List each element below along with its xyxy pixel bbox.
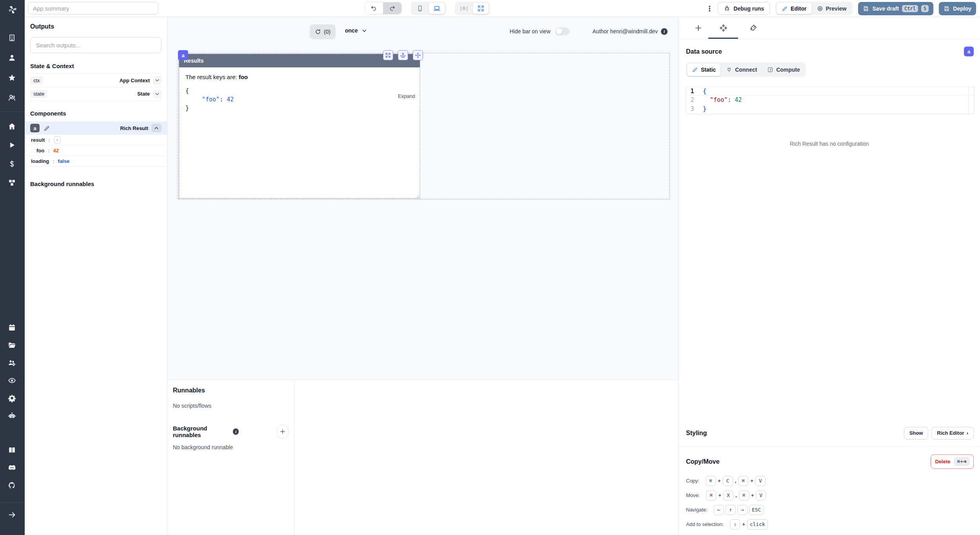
move-component-button[interactable]	[413, 50, 423, 60]
kbd-badge: C	[723, 476, 733, 486]
background-runnables-title: Background runnables	[30, 181, 162, 187]
output-row-ctx[interactable]: ctx App Context	[30, 73, 162, 87]
output-key-badge: state	[30, 90, 47, 98]
tab-preview[interactable]: Preview	[812, 3, 852, 14]
hide-bar-toggle[interactable]	[555, 27, 570, 35]
tab-static[interactable]: Static	[687, 63, 720, 76]
home-nav-item[interactable]	[8, 122, 17, 132]
kbd-badge: →	[737, 505, 748, 515]
expand-row-button[interactable]	[153, 90, 162, 98]
show-styling-button[interactable]: Show	[904, 427, 929, 439]
collapse-component-button[interactable]	[151, 124, 162, 132]
play-nav-item[interactable]	[8, 141, 17, 150]
expand-component-button[interactable]	[383, 50, 393, 60]
kbd-badge: ESC	[749, 505, 764, 515]
output-prop-result[interactable]: result :-	[25, 135, 167, 145]
tab-compute[interactable]: f Compute	[762, 63, 805, 76]
tab-insert-component[interactable]	[690, 20, 706, 36]
kbd-badge: ←	[714, 505, 724, 515]
fullscreen-button[interactable]	[473, 3, 489, 14]
calendar-nav-item[interactable]	[8, 324, 17, 333]
grid-cell: a Results The result keys are:	[178, 53, 670, 199]
redo-button[interactable]	[383, 2, 401, 14]
settings-tabs	[679, 17, 980, 39]
building-nav-item[interactable]	[8, 34, 17, 43]
desktop-view-button[interactable]	[429, 3, 445, 14]
editor-preview-toggle: Editor Preview	[775, 2, 853, 15]
building-icon	[8, 34, 16, 42]
arrow-right-nav-item[interactable]	[8, 511, 17, 520]
state-context-table: ctx App Context state State	[30, 73, 162, 101]
output-row-state[interactable]: state State	[30, 87, 162, 101]
star-nav-item[interactable]	[8, 74, 17, 83]
delete-component-button[interactable]: Delete ⌘+⌫	[931, 454, 974, 469]
app-summary-input[interactable]	[28, 2, 158, 14]
tab-connect[interactable]: Connect	[721, 63, 762, 76]
info-icon[interactable]: i	[661, 28, 668, 35]
debug-runs-button[interactable]: Debug runs	[718, 2, 770, 15]
rich-editor-button[interactable]: Rich Editor ›	[931, 427, 974, 439]
center-guide-button[interactable]: |0|	[456, 3, 472, 14]
rich-result-component[interactable]: a Results The result keys are:	[179, 54, 420, 199]
deploy-button[interactable]: Deploy	[939, 2, 976, 15]
robot-nav-item[interactable]	[8, 412, 17, 421]
discord-nav-item[interactable]	[8, 464, 17, 473]
refresh-mode-dropdown[interactable]: once	[345, 27, 367, 34]
shortcut-row: Navigate: ←↑→ESC	[686, 502, 974, 517]
collapse-node-button[interactable]: -	[54, 136, 61, 143]
user-nav-item[interactable]	[8, 54, 17, 63]
tab-component-settings[interactable]	[715, 20, 731, 36]
editor-label: Editor	[791, 5, 806, 12]
tab-editor[interactable]: Editor	[777, 3, 811, 14]
settings-panel: Data source a Static Connect f Compute 1…	[678, 17, 980, 535]
output-prop-key: foo	[36, 148, 44, 154]
gear-nav-item[interactable]	[8, 394, 17, 403]
output-key-badge: ctx	[30, 76, 43, 85]
workers-nav-item[interactable]	[8, 359, 17, 368]
kbd-badge: ↑	[726, 505, 736, 515]
info-icon[interactable]: i	[233, 428, 238, 435]
line-number: 3	[686, 105, 698, 114]
top-bar-actions: ⋮ Debug runs Editor Preview Save draft C…	[706, 2, 976, 15]
add-background-runnable-button[interactable]	[276, 425, 289, 439]
device-toggle-group	[411, 2, 446, 15]
github-nav-item[interactable]	[8, 481, 17, 491]
save-icon	[944, 5, 950, 12]
more-menu-button[interactable]: ⋮	[706, 4, 712, 13]
redo-icon	[389, 5, 396, 12]
undo-redo-group	[364, 2, 402, 14]
shortcut-label: Copy:	[686, 478, 699, 484]
code-line-2[interactable]: 2 "foo": 42	[686, 96, 974, 105]
tab-global-styling[interactable]	[745, 20, 761, 36]
resize-handle[interactable]	[415, 193, 419, 198]
data-source-tabs: Static Connect f Compute	[686, 62, 806, 77]
editor-scrollbar[interactable]	[969, 87, 969, 114]
book-nav-item[interactable]	[8, 446, 17, 455]
windmill-logo-button[interactable]	[0, 0, 25, 20]
expand-row-button[interactable]	[153, 76, 162, 85]
output-prop-foo[interactable]: foo :42	[25, 145, 167, 156]
mobile-view-button[interactable]	[412, 3, 428, 14]
component-row-a[interactable]: a Rich Result	[25, 121, 167, 135]
code-line-1[interactable]: 1 {	[686, 87, 974, 96]
eye-nav-item[interactable]	[8, 376, 17, 386]
eye-icon	[817, 5, 823, 12]
plus-icon	[694, 24, 702, 32]
code-line-3[interactable]: 3 }	[686, 105, 974, 114]
edit-component-id-icon[interactable]	[44, 125, 50, 132]
apps-nav-item[interactable]	[8, 179, 17, 188]
folder-nav-item[interactable]	[8, 341, 17, 351]
output-prop-loading[interactable]: loading :false	[25, 156, 167, 166]
user-icon	[8, 54, 16, 62]
json-code-editor[interactable]: 1 { 2 "foo": 42 3 }	[686, 87, 975, 114]
kbd-badge: ⇧	[730, 519, 740, 530]
output-value: 42	[53, 148, 59, 154]
undo-button[interactable]	[365, 2, 383, 14]
search-outputs-input[interactable]	[30, 37, 162, 53]
users-nav-item[interactable]	[8, 94, 17, 103]
recompute-button[interactable]: (0)	[310, 24, 336, 39]
save-draft-button[interactable]: Save draft Ctrl S	[858, 2, 933, 15]
expand-link[interactable]: Expand	[398, 93, 415, 99]
anchor-component-button[interactable]	[398, 50, 408, 60]
dollar-nav-item[interactable]	[8, 160, 17, 169]
